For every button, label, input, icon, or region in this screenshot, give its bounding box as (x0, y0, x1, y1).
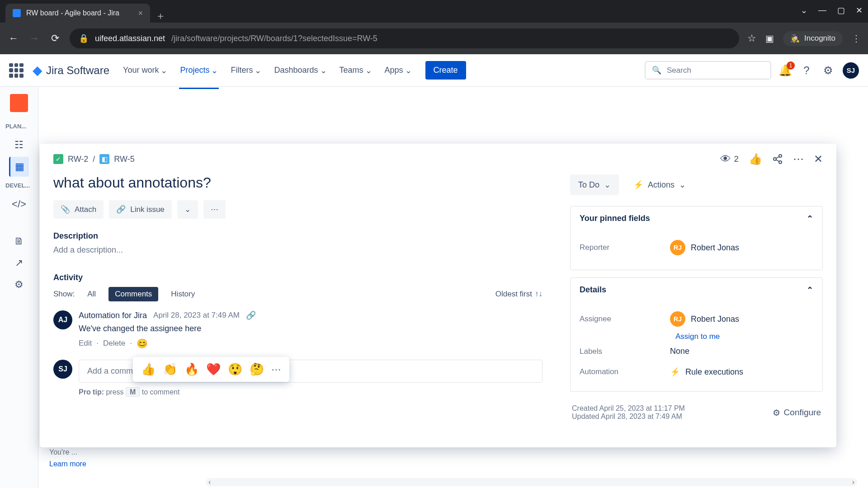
pinned-fields-header[interactable]: Your pinned fields ⌃ (571, 206, 822, 231)
description-field[interactable]: Add a description... (53, 245, 542, 255)
actions-dropdown[interactable]: ⚡ Actions ⌄ (625, 174, 694, 195)
scroll-left-icon[interactable]: ‹ (206, 478, 213, 486)
chevron-down-icon: ⌄ (604, 180, 611, 190)
tab-title: RW board - Agile board - Jira (26, 9, 119, 17)
reporter-value[interactable]: RJ Robert Jonas (670, 240, 813, 255)
add-reaction-icon[interactable]: 😊 (137, 338, 148, 349)
eye-icon: 👁 (720, 153, 731, 165)
emoji-astonished[interactable]: 😲 (228, 362, 242, 376)
settings-icon[interactable]: ⚙ (821, 63, 835, 78)
configure-button[interactable]: ⚙ Configure (773, 404, 821, 421)
nav-apps[interactable]: Apps ⌄ (380, 62, 416, 79)
emoji-thinking[interactable]: 🤔 (250, 362, 264, 376)
assignee-value[interactable]: RJ Robert Jonas (670, 311, 813, 327)
back-button[interactable]: ← (7, 33, 20, 44)
nav-dashboards[interactable]: Dashboards ⌄ (269, 62, 331, 79)
chevron-down-icon[interactable]: ⌄ (801, 5, 807, 15)
extension-icon[interactable]: ▣ (765, 33, 774, 44)
labels-value[interactable]: None (670, 347, 813, 356)
comment-edit[interactable]: Edit (79, 339, 92, 348)
reporter-avatar: RJ (670, 240, 685, 255)
chevron-down-icon: ⌄ (320, 66, 327, 75)
sidebar-item-code[interactable]: </> (9, 194, 29, 214)
labels-label: Labels (580, 347, 670, 356)
emoji-heart[interactable]: ❤️ (206, 362, 221, 376)
automation-label: Automation (580, 367, 670, 376)
horizontal-scrollbar[interactable]: ‹ › (206, 478, 857, 486)
browser-menu-icon[interactable]: ⋮ (852, 33, 861, 44)
project-icon[interactable] (10, 94, 28, 112)
close-modal-icon[interactable]: ✕ (814, 153, 823, 165)
maximize-icon[interactable]: ▢ (837, 5, 845, 15)
automation-value[interactable]: ⚡ Rule executions (670, 367, 813, 377)
breadcrumb: ✓ RW-2 / ◧ RW-5 (53, 154, 135, 164)
task-icon: ◧ (99, 154, 109, 164)
emoji-fire[interactable]: 🔥 (184, 362, 199, 376)
comment-permalink-icon[interactable]: 🔗 (246, 310, 256, 320)
user-avatar[interactable]: SJ (843, 62, 859, 79)
sidebar-item-shortcut[interactable]: ↗ (9, 253, 29, 273)
more-toolbar-icon[interactable]: ⋯ (203, 200, 226, 219)
sidebar-item-pages[interactable]: 🗎 (9, 231, 29, 251)
create-button[interactable]: Create (425, 61, 466, 80)
close-window-icon[interactable]: ✕ (856, 5, 863, 15)
issue-title[interactable]: what about annotations? (53, 174, 542, 191)
rule-icon: ⚡ (670, 367, 680, 377)
comment-avatar[interactable]: AJ (53, 310, 72, 329)
help-icon[interactable]: ? (799, 63, 814, 78)
chevron-up-icon: ⌃ (807, 285, 813, 295)
lightning-icon: ⚡ (633, 180, 643, 190)
tab-close-icon[interactable]: × (138, 9, 143, 18)
breadcrumb-separator: / (93, 155, 95, 164)
emoji-more[interactable]: ··· (271, 362, 281, 376)
more-actions-icon[interactable]: ⋯ (793, 153, 804, 165)
jira-top-nav: ◆ Jira Software Your work ⌄ Projects ⌄ F… (0, 54, 868, 87)
tab-favicon-icon (13, 9, 21, 17)
notifications-icon[interactable]: 🔔1 (778, 64, 792, 77)
incognito-indicator[interactable]: 🕵️ Incognito (783, 31, 843, 46)
share-button[interactable] (772, 154, 783, 164)
lock-icon: 🔒 (79, 33, 89, 43)
status-dropdown[interactable]: To Do ⌄ (570, 174, 619, 195)
jira-logo[interactable]: ◆ Jira Software (33, 63, 109, 78)
scroll-right-icon[interactable]: › (849, 478, 857, 486)
nav-teams[interactable]: Teams ⌄ (335, 62, 377, 79)
watchers-button[interactable]: 👁 2 (720, 153, 739, 165)
sort-button[interactable]: Oldest first ↑↓ (495, 290, 542, 299)
search-input[interactable]: 🔍 Search (645, 61, 771, 80)
sidebar-item-settings[interactable]: ⚙ (9, 275, 29, 295)
comment-delete[interactable]: Delete (103, 339, 125, 348)
browser-tab[interactable]: RW board - Agile board - Jira × (5, 4, 150, 23)
nav-filters[interactable]: Filters ⌄ (226, 62, 266, 79)
activity-label: Activity (53, 273, 542, 282)
assign-to-me-link[interactable]: Assign to me (675, 332, 813, 341)
details-header[interactable]: Details ⌃ (571, 278, 822, 302)
sidebar-item-roadmap[interactable]: ☷ (9, 135, 29, 155)
emoji-thumbs-up[interactable]: 👍 (141, 362, 156, 376)
new-tab-button[interactable]: + (150, 10, 171, 23)
tab-comments[interactable]: Comments (108, 287, 158, 301)
link-issue-button[interactable]: 🔗 Link issue (109, 200, 172, 219)
breadcrumb-current[interactable]: RW-5 (114, 155, 134, 164)
sidebar-item-board[interactable]: ▦ (9, 157, 29, 177)
minimize-icon[interactable]: ― (818, 5, 826, 15)
nav-your-work[interactable]: Your work ⌄ (118, 62, 172, 79)
breadcrumb-parent[interactable]: RW-2 (68, 155, 88, 164)
nav-projects[interactable]: Projects ⌄ (175, 62, 222, 79)
bookmark-icon[interactable]: ☆ (747, 33, 756, 44)
link-issue-dropdown[interactable]: ⌄ (177, 200, 198, 219)
attach-button[interactable]: 📎 Attach (53, 200, 104, 219)
url-domain: uifeed.atlassian.net (95, 34, 165, 43)
details-panel: Details ⌃ Assignee RJ Robert Jonas Assig… (570, 277, 823, 392)
comment-author[interactable]: Automation for Jira (79, 311, 147, 320)
assignee-label: Assignee (580, 314, 670, 324)
tab-history[interactable]: History (165, 287, 201, 301)
like-button[interactable]: 👍 (749, 153, 762, 165)
tab-all[interactable]: All (81, 287, 102, 301)
learn-more-link[interactable]: Learn more (49, 460, 857, 468)
app-switcher-icon[interactable] (9, 63, 24, 78)
emoji-clap[interactable]: 👏 (163, 362, 177, 376)
reload-button[interactable]: ⟳ (49, 33, 61, 44)
address-bar[interactable]: 🔒 uifeed.atlassian.net/jira/software/pro… (70, 28, 739, 48)
board-footer-text: You're ... (49, 448, 857, 456)
